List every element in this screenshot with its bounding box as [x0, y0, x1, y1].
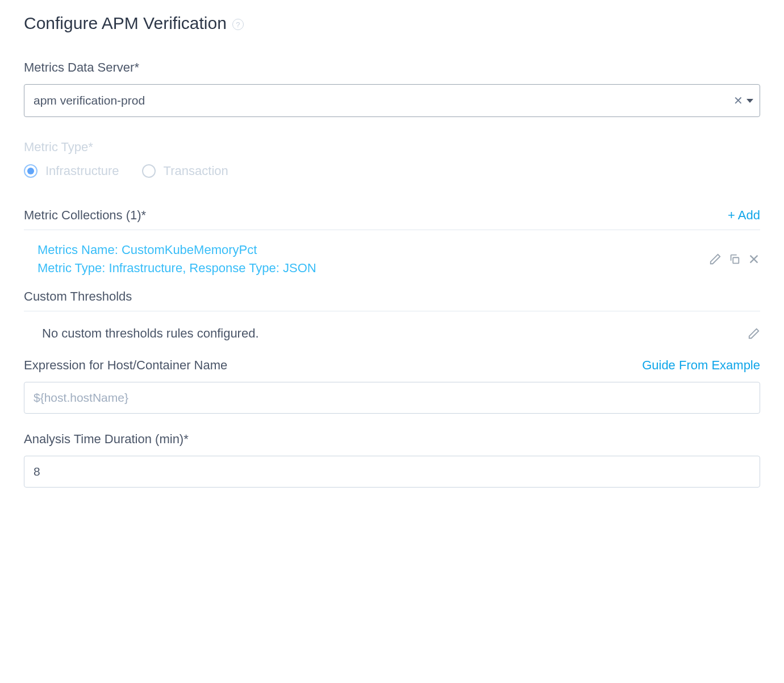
help-icon[interactable]: ? [232, 19, 244, 30]
add-metric-button[interactable]: + Add [728, 208, 760, 223]
metric-name-line[interactable]: Metrics Name: CustomKubeMemoryPct [37, 243, 316, 257]
analysis-duration-label: Analysis Time Duration (min)* [24, 432, 760, 447]
radio-transaction-label: Transaction [164, 164, 228, 178]
divider [24, 311, 760, 311]
guide-from-example-link[interactable]: Guide From Example [642, 358, 760, 373]
divider [24, 230, 760, 230]
svg-rect-0 [733, 257, 739, 263]
custom-thresholds-label: Custom Thresholds [24, 289, 760, 304]
radio-circle-icon [24, 164, 37, 178]
metrics-data-server-select[interactable] [24, 84, 760, 117]
radio-transaction[interactable]: Transaction [142, 164, 228, 178]
expression-label: Expression for Host/Container Name [24, 358, 227, 373]
expression-input[interactable] [24, 382, 760, 414]
radio-infrastructure[interactable]: Infrastructure [24, 164, 119, 178]
edit-icon[interactable] [748, 327, 760, 340]
metric-collection-item: Metrics Name: CustomKubeMemoryPct Metric… [24, 241, 760, 289]
analysis-duration-input[interactable] [24, 456, 760, 488]
edit-icon[interactable] [709, 253, 722, 265]
custom-thresholds-empty: No custom thresholds rules configured. [42, 326, 259, 341]
page-title: Configure APM Verification [24, 14, 227, 33]
chevron-down-icon[interactable] [747, 99, 753, 103]
metric-collections-label: Metric Collections (1)* [24, 208, 146, 223]
metric-type-label: Metric Type* [24, 140, 760, 155]
radio-circle-icon [142, 164, 156, 178]
delete-icon[interactable] [748, 253, 760, 265]
copy-icon[interactable] [728, 253, 741, 265]
clear-icon[interactable]: ✕ [733, 95, 743, 106]
metric-type-radio-group: Infrastructure Transaction [24, 164, 760, 178]
metrics-data-server-label: Metrics Data Server* [24, 60, 760, 75]
metric-type-line[interactable]: Metric Type: Infrastructure, Response Ty… [37, 261, 316, 276]
radio-infrastructure-label: Infrastructure [45, 164, 119, 178]
